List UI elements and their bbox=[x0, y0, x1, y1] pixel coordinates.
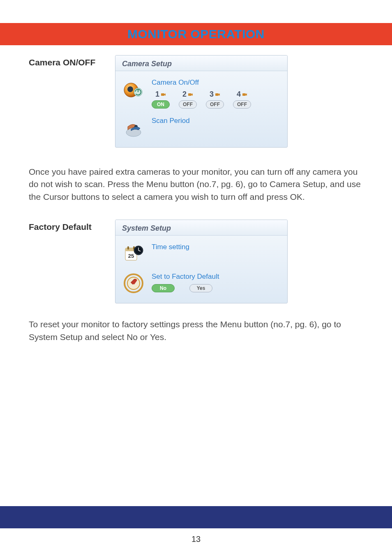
camera-onoff-section: Camera ON/OFF Camera Setup bbox=[29, 55, 363, 148]
footer-bar bbox=[0, 506, 392, 528]
camera-1-col: 1 ON bbox=[152, 90, 170, 109]
system-setup-panel: System Setup 25 bbox=[115, 220, 288, 303]
camera-onoff-heading: Camera ON/OFF bbox=[29, 55, 99, 67]
factory-default-yes-button[interactable]: Yes bbox=[189, 284, 212, 292]
camera-icon bbox=[242, 92, 247, 97]
factory-default-label: Set to Factory Default bbox=[152, 273, 219, 281]
factory-default-section: Factory Default System Setup 25 bbox=[29, 220, 363, 303]
svg-rect-5 bbox=[161, 93, 164, 96]
camera-3-state-pill[interactable]: OFF bbox=[206, 100, 224, 109]
camera-3-number: 3 bbox=[210, 90, 220, 99]
camera-2-state-pill[interactable]: OFF bbox=[179, 100, 197, 109]
camera-icon bbox=[160, 92, 166, 97]
camera-power-icon bbox=[123, 79, 144, 100]
camera-3-col: 3 OFF bbox=[206, 90, 224, 109]
svg-rect-6 bbox=[188, 93, 191, 96]
camera-setup-panel-title: Camera Setup bbox=[115, 56, 287, 71]
svg-rect-4 bbox=[138, 89, 138, 92]
svg-text:25: 25 bbox=[128, 253, 134, 259]
camera-onoff-paragraph: Once you have paired extra cameras to yo… bbox=[29, 166, 363, 203]
scan-period-row: Scan Period bbox=[123, 117, 280, 138]
camera-2-col: 2 OFF bbox=[179, 90, 197, 109]
camera-1-state-pill[interactable]: ON bbox=[152, 100, 170, 109]
factory-default-no-button[interactable]: No bbox=[152, 284, 175, 292]
scan-period-icon bbox=[123, 117, 144, 138]
factory-default-paragraph: To reset your monitor to factory setting… bbox=[29, 318, 363, 343]
camera-icon bbox=[187, 92, 193, 97]
camera-onoff-label: Camera On/Off bbox=[152, 79, 251, 87]
svg-rect-7 bbox=[215, 93, 219, 96]
svg-point-1 bbox=[127, 86, 133, 92]
time-setting-label: Time setting bbox=[152, 243, 189, 251]
factory-wrench-icon bbox=[123, 273, 144, 294]
time-setting-row: 25 Time setting bbox=[123, 243, 280, 264]
camera-4-state-pill[interactable]: OFF bbox=[233, 100, 251, 109]
page-header-banner: MONITOR OPERATION bbox=[0, 23, 392, 45]
camera-onoff-row: Camera On/Off 1 ON 2 bbox=[123, 79, 280, 109]
svg-rect-8 bbox=[242, 93, 246, 96]
camera-4-col: 4 OFF bbox=[233, 90, 251, 109]
system-setup-panel-title: System Setup bbox=[115, 220, 287, 236]
camera-2-number: 2 bbox=[182, 90, 193, 99]
page-title: MONITOR OPERATION bbox=[127, 27, 265, 41]
factory-default-heading: Factory Default bbox=[29, 220, 99, 232]
page-number: 13 bbox=[0, 534, 392, 544]
svg-rect-14 bbox=[127, 246, 129, 250]
calendar-clock-icon: 25 bbox=[123, 243, 144, 264]
scan-period-label: Scan Period bbox=[152, 117, 190, 125]
camera-icon bbox=[214, 92, 220, 97]
camera-1-number: 1 bbox=[155, 90, 166, 99]
camera-setup-panel: Camera Setup bbox=[115, 55, 288, 148]
factory-default-row: Set to Factory Default No Yes bbox=[123, 273, 280, 294]
camera-4-number: 4 bbox=[237, 90, 247, 99]
